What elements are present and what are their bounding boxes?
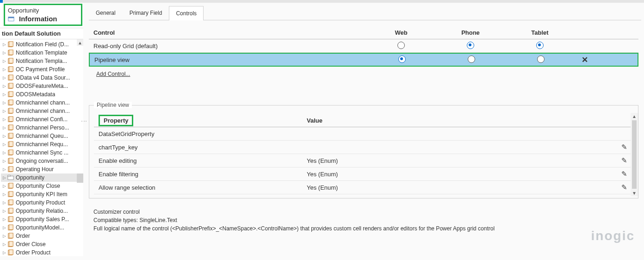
tree-item[interactable]: ▷OC Payment Profile — [1, 65, 83, 74]
entity-icon — [7, 191, 14, 198]
entity-icon — [7, 91, 14, 98]
property-scrollbar[interactable]: ▲ ▼ — [631, 113, 638, 196]
tree-item[interactable]: ▷Omnichannel Sync ... — [1, 149, 83, 157]
entity-icon — [7, 58, 14, 64]
tree-item[interactable]: ▷ODOSMetadata — [1, 90, 83, 99]
control-row[interactable]: Read-only Grid (default) — [89, 39, 638, 53]
expand-icon[interactable]: ▷ — [3, 175, 6, 180]
expand-icon[interactable]: ▷ — [3, 75, 6, 80]
edit-icon[interactable]: ✎ — [621, 156, 627, 164]
edit-icon[interactable]: ✎ — [621, 170, 627, 178]
tree-item[interactable]: ▷Opportunity Close — [1, 182, 83, 190]
tree-scroll-thumb[interactable] — [77, 173, 83, 183]
expand-icon[interactable]: ▷ — [3, 84, 6, 88]
tree-item[interactable]: ▷Opportunity KPI Item — [1, 190, 83, 198]
expand-icon[interactable]: ▷ — [3, 234, 6, 238]
expand-icon[interactable]: ▷ — [3, 200, 6, 205]
tree-item-label: Opportunity Relatio... — [16, 208, 68, 214]
entity-header-sub: Opportunity — [8, 7, 78, 14]
radio-web[interactable] — [398, 56, 406, 63]
tree-item[interactable]: ▷Omnichannel chann... — [1, 107, 83, 115]
radio-tablet[interactable] — [537, 56, 545, 63]
footer-line-1: Customizer control — [93, 208, 638, 216]
expand-icon[interactable]: ▷ — [3, 192, 6, 197]
edit-icon[interactable]: ✎ — [621, 183, 627, 191]
svg-rect-1 — [8, 17, 14, 18]
expand-icon[interactable]: ▷ — [3, 159, 6, 163]
expand-icon[interactable]: ▷ — [3, 242, 6, 247]
svg-rect-5 — [9, 50, 13, 55]
expand-icon[interactable]: ▷ — [3, 125, 6, 130]
tree-item[interactable]: ▷Order — [1, 232, 83, 240]
entity-icon — [7, 166, 14, 173]
form-icon — [8, 16, 14, 22]
expand-icon[interactable]: ▷ — [3, 42, 6, 47]
tree-item[interactable]: ▷Omnichannel Queu... — [1, 132, 83, 140]
tree-item[interactable]: ▷Ongoing conversati... — [1, 157, 83, 165]
radio-phone[interactable] — [468, 56, 475, 63]
tree-item[interactable]: ▷Order Close — [1, 240, 83, 248]
tree-item[interactable]: ▷Omnichannel Confi... — [1, 115, 83, 124]
svg-rect-43 — [9, 208, 13, 213]
scroll-up-icon[interactable]: ▲ — [631, 113, 638, 119]
property-row: Allow range selectionYes (Enum)✎ — [94, 181, 633, 194]
expand-icon[interactable]: ▷ — [3, 117, 6, 122]
tab-primary-field[interactable]: Primary Field — [123, 6, 169, 20]
expand-icon[interactable]: ▷ — [3, 67, 6, 72]
expand-icon[interactable]: ▷ — [3, 150, 6, 155]
tree-scroll-up[interactable]: ▲ — [77, 39, 83, 46]
svg-rect-15 — [9, 92, 13, 97]
tree-item-label: Notification Field (D... — [16, 41, 69, 48]
svg-rect-23 — [9, 125, 13, 130]
control-row[interactable]: Pipeline view✕ — [89, 53, 638, 67]
tree-item[interactable]: ▷Opportunity Sales P... — [1, 215, 83, 223]
remove-control-icon[interactable]: ✕ — [582, 56, 588, 64]
add-control-link[interactable]: Add Control... — [96, 70, 638, 77]
tree-item[interactable]: ▷Notification Template — [1, 49, 83, 57]
tree-item[interactable]: ▷Opportunity Product — [1, 198, 83, 207]
tree-item[interactable]: ▷Opportunity Relatio... — [1, 207, 83, 215]
tree-item[interactable]: ▷Omnichannel Requ... — [1, 140, 83, 149]
tree-item[interactable]: ▷Operating Hour — [1, 165, 83, 173]
tree-item[interactable]: ▷OpportunityModel... — [1, 223, 83, 232]
expand-icon[interactable]: ▷ — [3, 134, 6, 138]
expand-icon[interactable]: ▷ — [3, 209, 6, 213]
expand-icon[interactable]: ▷ — [3, 92, 6, 97]
tree-item[interactable]: ▷ODOSFeatureMeta... — [1, 82, 83, 90]
expand-icon[interactable]: ▷ — [3, 59, 6, 63]
radio-tablet[interactable] — [536, 42, 544, 49]
expand-icon[interactable]: ▷ — [3, 50, 6, 55]
radio-phone[interactable] — [467, 42, 474, 49]
tree-item-label: Notification Templa... — [16, 58, 67, 64]
footer-line-3: Full logical name of the control (<Publi… — [93, 224, 638, 233]
svg-rect-31 — [9, 158, 13, 163]
expand-icon[interactable]: ▷ — [3, 225, 6, 230]
tab-general[interactable]: General — [89, 6, 123, 20]
expand-icon[interactable]: ▷ — [3, 142, 6, 147]
tree-item[interactable]: ▷Notification Templa... — [1, 57, 83, 65]
expand-icon[interactable]: ▷ — [3, 250, 6, 255]
expand-icon[interactable]: ▷ — [3, 100, 6, 105]
tab-controls[interactable]: Controls — [169, 6, 204, 20]
tree-item[interactable]: ▷Omnichannel chann... — [1, 99, 83, 107]
tree-item[interactable]: ▷OData v4 Data Sour... — [1, 74, 83, 82]
expand-icon[interactable]: ▷ — [3, 167, 6, 172]
tree-item-label: ODOSFeatureMeta... — [16, 83, 68, 89]
tree-item[interactable]: ▷Opportunity — [1, 173, 83, 182]
scroll-down-icon[interactable]: ▼ — [631, 190, 638, 196]
edit-icon[interactable]: ✎ — [621, 143, 627, 151]
scroll-thumb[interactable] — [632, 120, 637, 189]
tree-item[interactable]: ▷Order Product — [1, 248, 83, 256]
fieldset-legend: Pipeline view — [94, 102, 132, 108]
tree-item[interactable]: ▷Omnichannel Perso... — [1, 124, 83, 132]
property-fieldset: Pipeline view Property Value DataSetGrid… — [89, 105, 638, 198]
expand-icon[interactable]: ▷ — [3, 109, 6, 113]
tree-item-label: Order — [16, 233, 30, 239]
solution-tree[interactable]: ▲ ▷Notification Field (D...▷Notification… — [0, 39, 83, 256]
expand-icon[interactable]: ▷ — [3, 217, 6, 222]
property-row: chartType_key✎ — [94, 141, 633, 154]
expand-icon[interactable]: ▷ — [3, 184, 6, 188]
tree-item-label: Omnichannel Sync ... — [16, 149, 68, 156]
radio-web[interactable] — [397, 42, 405, 49]
tree-item[interactable]: ▷Notification Field (D... — [1, 40, 83, 49]
